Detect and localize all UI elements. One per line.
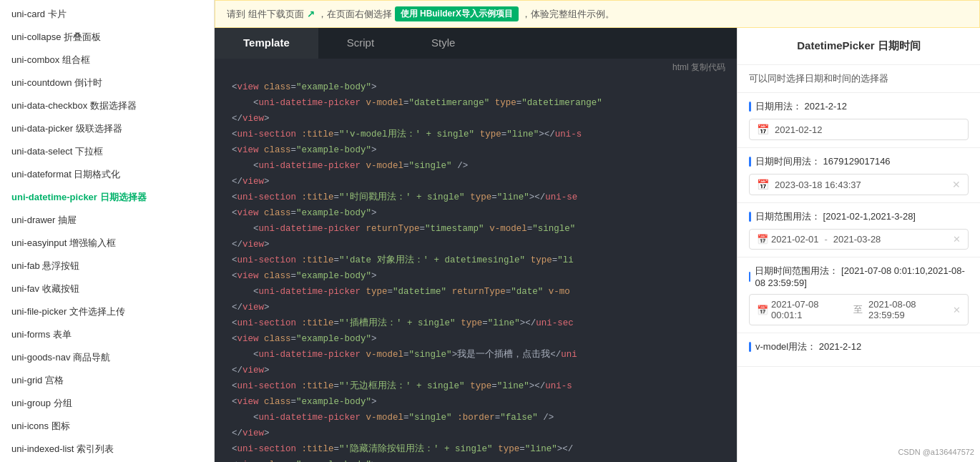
tab-script[interactable]: Script [318,28,403,59]
demo-section-title-date-range: 日期范围用法： [2021-02-1,2021-3-28] [749,210,969,223]
tab-style[interactable]: Style [403,28,484,59]
code-line: </view> [215,426,737,441]
demo-section-datetime-range: 日期时间范围用法： [2021-07-08 0:01:10,2021-08-08… [738,257,980,333]
sidebar: uni-card 卡片 uni-collapse 折叠面板 uni-combox… [0,0,215,462]
sidebar-item-uni-datetime-picker[interactable]: uni-datetime-picker 日期选择器 [0,186,214,209]
code-line: <uni-section :title="'时间戳用法：' + single" … [215,190,737,205]
code-line: </view> [215,237,737,252]
date-input-date[interactable]: 📅 2021-02-12 [749,119,969,140]
watermark: CSDN @a136447572 [898,448,974,456]
right-panel: DatetimePicker 日期时间 可以同时选择日期和时间的选择器 日期用法… [737,28,980,462]
code-line: <view class="example-body"> [215,394,737,410]
code-line: <view class="example-body"> [215,457,737,462]
tab-template[interactable]: Template [215,28,318,59]
notice-download-link[interactable]: ↗ [307,9,315,19]
notice-text2: ，在页面右侧选择 [318,8,392,21]
date-input-datetime[interactable]: 📅 2023-03-18 16:43:37 ✕ [749,174,969,195]
demo-section-vmodel: v-model用法： 2021-2-12 [738,333,980,367]
right-panel-desc: 可以同时选择日期和时间的选择器 [738,65,980,93]
demo-section-title-vmodel: v-model用法： 2021-2-12 [749,340,969,353]
right-panel-title: DatetimePicker 日期时间 [738,28,980,65]
code-line: </view> [215,111,737,127]
demo-section-title-datetime-range: 日期时间范围用法： [2021-07-08 0:01:10,2021-08-08… [749,265,969,288]
code-line: <uni-datetime-picker returnType="timesta… [215,221,737,237]
code-line: <uni-datetime-picker v-model="single">我是… [215,347,737,363]
section-bar-icon [749,342,751,352]
code-line: </view> [215,363,737,378]
sidebar-item-uni-file-picker[interactable]: uni-file-picker 文件选择上传 [0,300,214,323]
sidebar-item-uni-data-picker[interactable]: uni-data-picker 级联选择器 [0,117,214,140]
section-bar-icon [749,212,751,222]
copy-button[interactable]: html 复制代码 [672,62,725,74]
code-line: <uni-datetime-picker v-model="single" :b… [215,410,737,426]
sidebar-item-uni-easyinput[interactable]: uni-easyinput 增强输入框 [0,232,214,255]
sidebar-item-uni-fab[interactable]: uni-fab 悬浮按钮 [0,255,214,277]
code-line: <view class="example-body"> [215,268,737,284]
notice-text3: ，体验完整组件示例。 [521,8,614,21]
main-content: 请到 组件下载页面 ↗ ，在页面右侧选择 使用 HBuilderX导入示例项目 … [215,0,980,462]
sidebar-item-uni-drawer[interactable]: uni-drawer 抽屉 [0,209,214,232]
sidebar-item-uni-group[interactable]: uni-group 分组 [0,392,214,415]
sidebar-item-uni-collapse[interactable]: uni-collapse 折叠面板 [0,26,214,49]
sidebar-item-uni-indexed-list[interactable]: uni-indexed-list 索引列表 [0,438,214,461]
tabs-bar: Template Script Style [215,28,737,59]
demo-section-date-range: 日期范围用法： [2021-02-1,2021-3-28] 📅 2021-02-… [738,203,980,257]
code-line: <uni-datetime-picker type="datetime" ret… [215,284,737,300]
section-bar-icon [749,157,751,167]
section-bar-icon [749,102,751,112]
clear-icon[interactable]: ✕ [953,305,961,315]
code-line: <uni-datetime-picker v-model="single" /> [215,158,737,174]
sidebar-item-uni-fav[interactable]: uni-fav 收藏按钮 [0,277,214,300]
code-line: <uni-section :title="'无边框用法：' + single" … [215,378,737,394]
calendar-icon: 📅 [757,305,768,315]
demo-section-title-date: 日期用法： 2021-2-12 [749,100,969,113]
calendar-icon: 📅 [757,179,769,190]
date-input-range[interactable]: 📅 2021-02-01 - 2021-03-28 ✕ [749,229,969,250]
sidebar-item-uni-icons[interactable]: uni-icons 图标 [0,415,214,438]
code-panel: Template Script Style html 复制代码 <view cl… [215,28,737,462]
sidebar-item-uni-card[interactable]: uni-card 卡片 [0,3,214,26]
notice-bar: 请到 组件下载页面 ↗ ，在页面右侧选择 使用 HBuilderX导入示例项目 … [215,0,980,28]
date-input-datetime-range[interactable]: 📅 2021-07-08 00:01:1 至 2021-08-08 23:59:… [749,294,969,325]
demo-section-title-datetime: 日期时间用法： 1679129017146 [749,155,969,168]
sidebar-item-uni-countdown[interactable]: uni-countdown 倒计时 [0,72,214,94]
notice-import-link[interactable]: 使用 HBuilderX导入示例项目 [395,6,519,21]
code-line: <view class="example-body"> [215,205,737,221]
code-line: <uni-datetime-picker v-model="datetimera… [215,95,737,111]
content-area: Template Script Style html 复制代码 <view cl… [215,28,980,462]
sidebar-item-uni-combox[interactable]: uni-combox 组合框 [0,49,214,72]
code-line: <uni-section :title="'v-model用法：' + sing… [215,127,737,142]
code-line: <uni-section :title="'隐藏清除按钮用法：' + singl… [215,441,737,457]
code-line: </view> [215,300,737,315]
calendar-icon: 📅 [757,124,769,135]
clear-icon[interactable]: ✕ [953,234,961,245]
sidebar-item-uni-forms[interactable]: uni-forms 表单 [0,323,214,346]
sidebar-item-uni-grid[interactable]: uni-grid 宫格 [0,369,214,392]
code-line: <view class="example-body"> [215,331,737,347]
sidebar-item-uni-data-checkbox[interactable]: uni-data-checkbox 数据选择器 [0,94,214,117]
code-line: <view class="example-body"> [215,79,737,95]
code-content[interactable]: <view class="example-body"> <uni-datetim… [215,74,737,462]
sidebar-item-uni-dateformat[interactable]: uni-dateformat 日期格式化 [0,163,214,186]
sidebar-item-uni-data-select[interactable]: uni-data-select 下拉框 [0,140,214,163]
code-line: <view class="example-body"> [215,142,737,158]
section-bar-icon [749,272,750,282]
demo-section-datetime: 日期时间用法： 1679129017146 📅 2023-03-18 16:43… [738,148,980,203]
sidebar-item-uni-goods-nav[interactable]: uni-goods-nav 商品导航 [0,346,214,369]
demo-section-date: 日期用法： 2021-2-12 📅 2021-02-12 [738,93,980,148]
notice-text1: 请到 组件下载页面 [227,8,304,21]
calendar-icon: 📅 [757,234,768,245]
code-line: <uni-section :title="'date 对象用法：' + date… [215,252,737,268]
clear-icon[interactable]: ✕ [952,179,961,190]
code-line: <uni-section :title="'插槽用法：' + single" t… [215,315,737,331]
html-copy-row: html 复制代码 [215,59,737,74]
code-line: </view> [215,174,737,190]
